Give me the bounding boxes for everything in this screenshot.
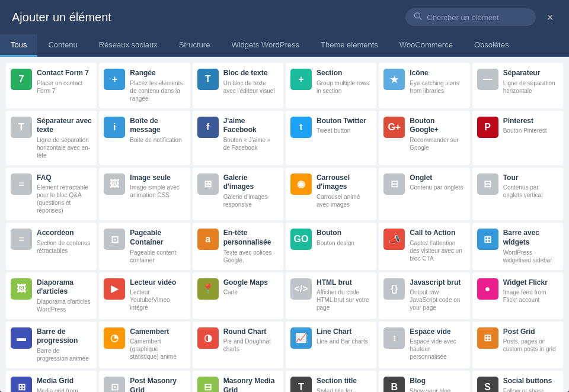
modal-header: Ajouter un élément × (0, 0, 569, 34)
element-icon: ≡ (11, 173, 32, 195)
list-item[interactable]: tBouton TwitterTweet button (286, 111, 376, 165)
list-item[interactable]: ≡AccordéonSection de contenus rétractabl… (6, 223, 97, 269)
element-desc: Image simple avec animation CSS (130, 184, 185, 199)
element-icon: ⊞ (11, 377, 32, 392)
element-icon: T (290, 377, 312, 392)
element-icon: ⊞ (477, 229, 498, 250)
element-desc: Ligne de séparation horizontale avec en-… (37, 136, 92, 159)
list-item[interactable]: 📈Line ChartLine and Bar charts (286, 322, 376, 368)
element-icon: a (197, 229, 219, 250)
list-item[interactable]: ◑Round ChartPie and Doughnat charts (193, 322, 283, 368)
element-name: J'aime Facebook (223, 117, 279, 135)
element-name: HTML brut (317, 278, 372, 288)
tab-widgets[interactable]: Widgets WordPress (220, 34, 310, 57)
list-item[interactable]: ≡FAQÉlément rétractable pour le bloc Q&A… (6, 168, 97, 221)
element-icon: 📣 (383, 229, 405, 250)
element-name: Bouton Google+ (410, 117, 465, 135)
element-icon: T (11, 117, 32, 138)
list-item[interactable]: ⊟Masonry Media GridMasonry media grid fr… (193, 371, 283, 392)
element-name: Bouton (317, 229, 372, 238)
element-name: Round Chart (223, 327, 279, 337)
list-item[interactable]: SSocial buttonsFollow or share buttons (472, 371, 563, 392)
list-item[interactable]: ⊞Barre avec widgetsWordPress widgetised … (472, 223, 563, 269)
list-item[interactable]: TSéparateur avec texteLigne de séparatio… (6, 111, 97, 165)
element-name: En-tête personnalisée (223, 229, 279, 247)
list-item[interactable]: fJ'aime FacebookBouton « J'aime » de Fac… (193, 111, 283, 165)
element-name: Lecteur vidéo (130, 278, 185, 288)
element-icon: T (197, 69, 219, 90)
element-name: Pageable Container (130, 229, 185, 247)
element-desc: Captez l'attention des visiteur avec un … (410, 239, 465, 262)
element-desc: Carte (223, 288, 279, 296)
element-icon: G+ (383, 117, 405, 138)
list-item[interactable]: 🖼Image seuleImage simple avec animation … (99, 168, 190, 221)
list-item[interactable]: +RangéePlacez les éléments de contenu da… (99, 63, 190, 108)
list-item[interactable]: ⊟TourContenus par onglets vertical (472, 168, 563, 221)
tab-structure[interactable]: Structure (168, 34, 221, 57)
list-item[interactable]: ⊡Post Masonry GridPosts, pages or custom… (99, 371, 190, 392)
element-desc: WordPress widgetised sidebar (503, 249, 558, 264)
element-desc: Espace vide avec hauteur personnalisée (410, 338, 465, 361)
list-item[interactable]: ⊞Post GridPosts, pages or custom posts i… (472, 322, 563, 368)
list-item[interactable]: PPinterestBouton Pinterest (472, 111, 563, 165)
element-desc: Ligne de séparation horizontale (503, 79, 558, 95)
list-item[interactable]: iBoîte de messageBoite de notification (99, 111, 190, 165)
element-icon: t (290, 117, 312, 138)
list-item[interactable]: ●Widget FlickrImage feed from Flickr acc… (472, 272, 563, 319)
list-item[interactable]: TSection titleStyled title for sections (286, 371, 376, 392)
list-item[interactable]: ◔CamembertCamembert (graphique statistiq… (99, 322, 190, 368)
element-desc: Image feed from Flickr account (503, 288, 558, 304)
element-icon: + (104, 69, 125, 90)
element-name: Séparateur (503, 69, 558, 78)
list-item[interactable]: +SectionGroup multiple rows in section (286, 63, 376, 108)
element-name: Post Grid (503, 327, 558, 337)
list-item[interactable]: ⊡Pageable ContainerPageable content cont… (99, 223, 190, 269)
list-item[interactable]: BBlogShow your blog posts on the page (379, 371, 469, 392)
close-button[interactable]: × (543, 9, 557, 25)
list-item[interactable]: ▶Lecteur vidéoLecteur Youtube/Vimeo inté… (99, 272, 190, 319)
list-item[interactable]: 📣Call to ActionCaptez l'attention des vi… (379, 223, 469, 269)
element-desc: Media grid from Media Library (37, 387, 92, 392)
tab-contenu[interactable]: Contenu (37, 34, 88, 57)
list-item[interactable]: </>HTML brutAfficher du code HTML brut s… (286, 272, 376, 319)
search-input[interactable] (427, 13, 528, 22)
element-name: Image seule (130, 173, 185, 183)
tabs-bar: TousContenuRéseaux sociauxStructureWidge… (0, 34, 569, 57)
list-item[interactable]: 🖼Diaporama d'articlesDiaporama d'article… (6, 272, 97, 319)
search-wrapper (405, 8, 536, 26)
element-name: Blog (410, 377, 465, 386)
element-name: Espace vide (410, 327, 465, 337)
element-desc: Bouton Pinterest (503, 127, 558, 134)
list-item[interactable]: ↕Espace videEspace vide avec hauteur per… (379, 322, 469, 368)
search-icon (414, 12, 422, 23)
list-item[interactable]: ⊟OngletContenu par onglets (379, 168, 469, 221)
list-item[interactable]: G+Bouton Google+Recommander sur Google (379, 111, 469, 165)
list-item[interactable]: ★IcôneEye catching icons from libraries (379, 63, 469, 108)
list-item[interactable]: ◉Carrousel d'imagesCarrousel animé avec … (286, 168, 376, 221)
add-element-modal: Ajouter un élément × TousContenuRéseaux … (0, 0, 569, 392)
list-item[interactable]: {}Javascript brutOutput raw JavaScript c… (379, 272, 469, 319)
tab-theme[interactable]: Theme elements (310, 34, 389, 57)
element-icon: + (290, 69, 312, 90)
element-icon: ⊡ (104, 229, 125, 250)
element-desc: Carrousel animé avec images (317, 193, 372, 208)
list-item[interactable]: ▬Barre de progressionBarre de progressio… (6, 322, 97, 368)
element-name: Section (317, 69, 372, 78)
element-desc: Lecteur Youtube/Vimeo intégré (130, 288, 185, 311)
tab-woo[interactable]: WooCommerce (389, 34, 463, 57)
element-name: Onglet (410, 173, 465, 183)
list-item[interactable]: 📍Google MapsCarte (193, 272, 283, 319)
list-item[interactable]: —SéparateurLigne de séparation horizonta… (472, 63, 563, 108)
tab-reseaux[interactable]: Réseaux sociaux (88, 34, 168, 57)
list-item[interactable]: aEn-tête personnaliséeTexte avec polices… (193, 223, 283, 269)
element-icon: S (477, 377, 498, 392)
list-item[interactable]: GOBoutonBouton design (286, 223, 376, 269)
list-item[interactable]: TBloc de texteUn bloc de texte avec l'éd… (193, 63, 283, 108)
element-icon: — (477, 69, 498, 90)
list-item[interactable]: ⊞Media GridMedia grid from Media Library (6, 371, 97, 392)
tab-tous[interactable]: Tous (0, 34, 37, 57)
list-item[interactable]: ⊞Galerie d'imagesGalerie d'images respon… (193, 168, 283, 221)
tab-obsoletes[interactable]: Obsolètes (463, 34, 520, 57)
list-item[interactable]: 7Contact Form 7Placer un contact Form 7 (6, 63, 97, 108)
element-desc: Follow or share buttons (503, 387, 558, 392)
